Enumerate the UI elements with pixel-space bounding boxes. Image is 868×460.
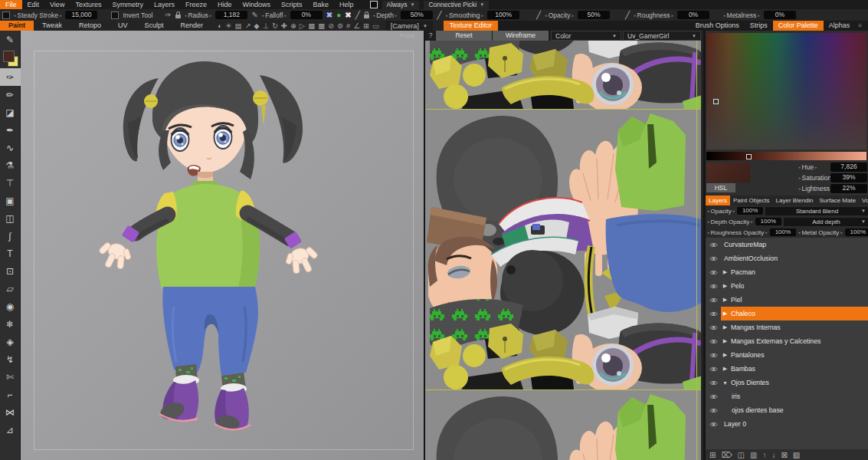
tab-surface-materials[interactable]: Surface Mate — [817, 196, 860, 205]
pose-icon[interactable]: ▩ — [318, 21, 325, 30]
smoothing-value[interactable]: 100% — [487, 11, 519, 19]
reset-falloff-icon[interactable]: ✖ — [345, 11, 351, 19]
current-color-swatch[interactable] — [706, 163, 750, 182]
eye-icon[interactable] — [706, 352, 721, 359]
always-dropdown[interactable]: Always ▼ — [382, 1, 420, 9]
metalness-value[interactable]: 0% — [764, 11, 796, 19]
metal-opacity-value[interactable]: 100% — [845, 228, 868, 236]
eye-icon[interactable] — [706, 269, 721, 276]
depth-lock-icon[interactable] — [364, 15, 369, 18]
stencil-tool[interactable]: ⊡ — [0, 262, 21, 280]
layer-row-iris[interactable]: iris — [706, 389, 868, 403]
roughness-opacity-value[interactable]: 100% — [770, 228, 796, 236]
brush-preset-icon[interactable]: ✑ — [165, 11, 171, 19]
expand-arrow-icon[interactable] — [721, 366, 729, 372]
viewport-3d[interactable]: Front — [21, 31, 424, 460]
expand-arrow-icon[interactable] — [721, 338, 729, 344]
droplet-icon[interactable]: ◆ — [254, 21, 259, 30]
eye-icon[interactable] — [706, 421, 721, 428]
radius-value[interactable]: 1,182 — [215, 11, 247, 19]
measure-tool[interactable]: ⊿ — [0, 421, 21, 439]
lightness-marker[interactable] — [746, 154, 752, 159]
expand-arrow-icon[interactable] — [721, 352, 729, 358]
expand-arrow-icon[interactable] — [721, 283, 729, 289]
rotate-icon[interactable]: ↻ — [272, 21, 278, 30]
eye-icon[interactable] — [706, 297, 721, 304]
disable-icon[interactable]: ⊘ — [328, 21, 334, 30]
curve-tool[interactable]: ∿ — [0, 139, 21, 156]
depth-blend-dropdown[interactable]: Add depth ▼ — [784, 218, 868, 226]
saturation-value[interactable]: 39% — [830, 173, 867, 182]
eye-icon[interactable] — [706, 242, 721, 248]
symmetry-tool[interactable]: ⋈ — [0, 403, 21, 421]
stamp-tool[interactable]: ⊤ — [0, 174, 21, 192]
shield-icon[interactable]: ⊚ — [337, 21, 343, 30]
picking-mode-dropdown[interactable]: Connective Picki ▼ — [424, 1, 489, 9]
layer-row-layer-0[interactable]: Layer 0 — [706, 417, 868, 431]
eye-icon[interactable] — [706, 380, 721, 386]
depth-pressure-icon[interactable]: ╱ — [355, 11, 360, 19]
tab-layers[interactable]: Layers — [706, 196, 730, 205]
eraser-mask-tool[interactable]: ◪ — [0, 104, 21, 121]
layer-row-mangas-internas[interactable]: Mangas Internas — [706, 320, 868, 334]
lightness-value[interactable]: 22% — [830, 184, 867, 193]
eye-icon[interactable] — [706, 324, 721, 331]
opacity-pressure-icon[interactable]: ╱ — [536, 11, 541, 19]
curve-icon[interactable]: ↗ — [244, 21, 251, 30]
image-icon[interactable]: ▤ — [234, 21, 241, 30]
color-swatches[interactable] — [0, 48, 21, 68]
brush-preview-sphere-icon[interactable]: ● — [336, 11, 341, 19]
eraser-tool[interactable]: ▱ — [0, 280, 21, 297]
camera-dropdown[interactable]: [Camera] ▼ — [385, 21, 433, 31]
expand-arrow-icon[interactable] — [721, 297, 729, 303]
tab-brush-options[interactable]: Brush Options — [690, 21, 745, 31]
menu-bake[interactable]: Bake — [307, 0, 334, 9]
menu-hide[interactable]: Hide — [212, 0, 237, 9]
visibility-tool[interactable]: ◉ — [0, 297, 21, 315]
light-icon[interactable]: ☀ — [225, 21, 232, 30]
eye-icon[interactable] — [706, 407, 721, 414]
menu-symmetry[interactable]: Symmetry — [106, 0, 149, 9]
zoom-icon[interactable]: ⊕ — [290, 21, 296, 30]
menu-edit[interactable]: Edit — [22, 0, 45, 9]
freeze-tool[interactable]: ❄ — [0, 315, 21, 333]
layer-row-chaleco[interactable]: Chaleco — [706, 307, 868, 320]
help-button[interactable]: ? — [425, 31, 436, 41]
text-tool[interactable]: T — [0, 245, 21, 262]
angle-icon[interactable]: ∠ — [353, 21, 360, 30]
pen-pressure-icon[interactable]: ✎ — [251, 11, 257, 19]
layer-row-ambientocclusion[interactable]: AmbientOcclusion — [706, 251, 868, 265]
menu-view[interactable]: View — [44, 0, 70, 9]
menu-file[interactable]: File — [0, 0, 22, 9]
layer-row-curvaturemap[interactable]: CurvatureMap — [706, 238, 868, 251]
layer-row-piel[interactable]: Piel — [706, 293, 868, 307]
ink-brush-tool[interactable]: ✒ — [0, 121, 21, 139]
eye-icon[interactable] — [706, 255, 721, 262]
roughness-value[interactable]: 0% — [677, 11, 709, 19]
menu-help[interactable]: Help — [334, 0, 359, 9]
eye-icon[interactable] — [706, 338, 721, 345]
smoothing-pressure-icon[interactable]: ╱ — [437, 11, 441, 19]
tab-render[interactable]: Render — [172, 21, 212, 31]
layer-opacity-value[interactable]: 100% — [737, 207, 763, 215]
move-icon[interactable]: ✚ — [281, 21, 287, 30]
pivot-icon[interactable]: ⊥ — [263, 21, 269, 30]
pencil-tool[interactable]: ✏ — [0, 86, 21, 104]
magic-wand-tool[interactable]: ↯ — [0, 350, 21, 368]
fill-tool[interactable]: ⚗ — [0, 156, 21, 174]
tab-layer-blending[interactable]: Layer Blendin — [773, 196, 817, 205]
merge-layer-icon[interactable]: ▥ — [750, 451, 757, 459]
expand-arrow-icon[interactable] — [721, 310, 729, 317]
layer-row-bambas[interactable]: Bambas — [706, 362, 868, 376]
reset-button[interactable]: Reset — [436, 31, 492, 41]
image-stamp-tool[interactable]: ▣ — [0, 192, 21, 209]
layer-row-pantalones[interactable]: Pantalones — [706, 348, 868, 362]
invert-tool-checkbox[interactable] — [111, 12, 119, 19]
steady-stroke-value[interactable]: 15,000 — [65, 11, 97, 19]
channel-dropdown[interactable]: Color ▼ — [551, 31, 621, 41]
menu-layers[interactable]: Layers — [149, 0, 180, 9]
tab-strips[interactable]: Strips — [745, 21, 773, 31]
hsl-mode-button[interactable]: HSL — [706, 183, 735, 192]
expand-arrow-icon[interactable] — [721, 269, 729, 275]
foreground-color-swatch[interactable] — [3, 51, 15, 62]
